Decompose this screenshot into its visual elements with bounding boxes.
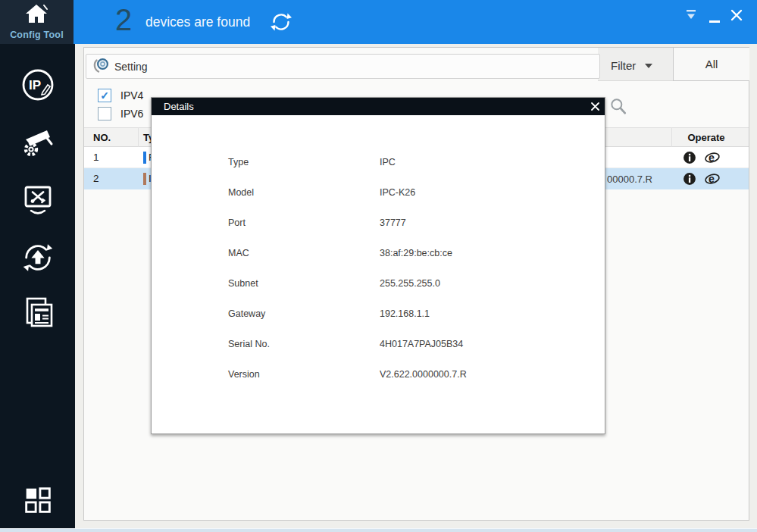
svg-text:e: e: [709, 173, 715, 185]
field-value: 4H017A7PAJ05B34: [380, 339, 463, 349]
modal-title: Details: [164, 101, 194, 112]
magnifier-blue-icon: [92, 56, 111, 77]
devices-found-message: devices are found: [145, 14, 250, 30]
close-icon[interactable]: [590, 101, 601, 112]
column-operate: Operate: [671, 132, 741, 143]
ie-browser-icon[interactable]: e: [704, 171, 719, 186]
filter-all-tab[interactable]: All: [673, 48, 749, 81]
ie-browser-icon[interactable]: e: [704, 150, 719, 165]
window-bottom-edge: [0, 528, 757, 532]
type-tag-bar: [143, 173, 146, 185]
grid-apps-icon: [20, 483, 55, 521]
svg-text:e: e: [709, 152, 715, 164]
field-value: 255.255.255.0: [380, 278, 440, 289]
modal-titlebar: Details: [152, 98, 605, 115]
config-tool-window: Config Tool 2 devices are found: [0, 0, 757, 532]
filter-label: Filter: [611, 59, 636, 72]
ipv6-label: IPV6: [120, 108, 143, 120]
info-icon[interactable]: [682, 150, 697, 165]
field-value: 38:af:29:be:cb:ce: [380, 248, 452, 258]
all-label: All: [705, 58, 718, 70]
field-label: Version: [228, 369, 260, 380]
home-icon: [23, 2, 49, 31]
field-value: V2.622.0000000.7.R: [380, 369, 467, 380]
device-count: 2: [115, 3, 132, 37]
field-label: Subnet: [228, 278, 258, 289]
field-value: IPC-K26: [380, 187, 415, 198]
setting-section-bar[interactable]: Setting: [86, 54, 600, 79]
tray-collapse-icon[interactable]: [684, 9, 698, 21]
ipv4-checkbox[interactable]: ✓: [98, 89, 111, 102]
refresh-icon[interactable]: [270, 11, 292, 33]
logo-home-tile[interactable]: Config Tool: [0, 0, 74, 44]
version-text-clipped: 00000.7.R: [607, 174, 652, 185]
details-modal: Details Type IPC Model IPC-K26 Port 3777…: [151, 97, 605, 434]
ipv6-checkbox[interactable]: [98, 107, 111, 120]
monitor-tools-icon: [20, 182, 56, 221]
search-icon[interactable]: [608, 96, 628, 117]
minimize-icon[interactable]: [709, 14, 721, 26]
row-number: 1: [93, 152, 99, 163]
field-label: Type: [228, 157, 249, 167]
field-label: Gateway: [228, 308, 265, 319]
sidebar-item-device-config[interactable]: [0, 294, 75, 336]
upgrade-circle-icon: [20, 240, 55, 278]
field-value: 37777: [380, 217, 406, 228]
sidebar-item-system-tools[interactable]: [0, 180, 75, 223]
field-label: MAC: [228, 248, 249, 258]
field-value: IPC: [380, 157, 396, 167]
info-icon[interactable]: [682, 171, 697, 186]
app-name: Config Tool: [0, 30, 74, 40]
close-icon[interactable]: [730, 8, 743, 22]
camera-gear-icon: [20, 124, 56, 163]
field-label: Port: [228, 217, 246, 228]
svg-text:IP: IP: [29, 78, 41, 92]
titlebar: 2 devices are found: [74, 0, 757, 44]
ipv6-checkbox-row[interactable]: IPV6: [98, 107, 143, 120]
ipv4-checkbox-row[interactable]: ✓ IPV4: [98, 89, 143, 102]
field-value: 192.168.1.1: [380, 308, 430, 319]
sidebar-item-apps-grid[interactable]: [0, 480, 75, 523]
ipv4-label: IPV4: [120, 89, 143, 102]
sidebar-item-device-camera[interactable]: [0, 122, 75, 164]
ip-edit-icon: IP: [20, 67, 56, 106]
chevron-down-icon: [645, 64, 652, 68]
sidebar-item-modify-ip[interactable]: IP: [0, 65, 75, 108]
sidebar-item-upgrade[interactable]: [0, 238, 75, 280]
type-tag-bar: [143, 152, 146, 164]
setting-label: Setting: [114, 61, 148, 73]
filter-dropdown[interactable]: Filter: [611, 55, 652, 75]
document-pages-icon: [20, 296, 56, 335]
field-label: Serial No.: [228, 339, 270, 349]
sidebar: IP: [0, 44, 75, 528]
column-no: NO.: [93, 132, 111, 143]
field-label: Model: [228, 187, 254, 198]
row-number: 2: [93, 173, 99, 184]
